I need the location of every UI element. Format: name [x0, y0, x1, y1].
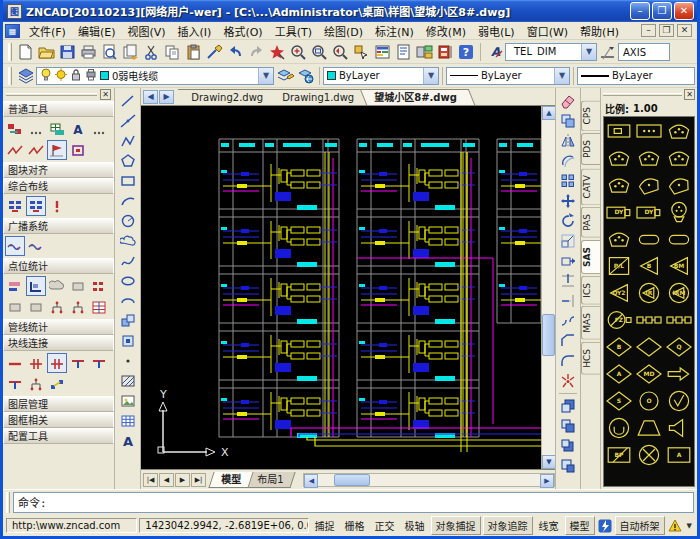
props-icon[interactable] — [393, 42, 414, 62]
ord3-icon[interactable] — [558, 436, 579, 456]
image-icon[interactable] — [117, 391, 138, 411]
symbol-cell[interactable]: BM — [664, 252, 694, 279]
tool-icon[interactable] — [5, 140, 25, 160]
toolbar-grip[interactable] — [8, 67, 12, 85]
symbol-cell[interactable] — [664, 306, 694, 333]
ord4-icon[interactable] — [558, 456, 579, 476]
explode-icon[interactable] — [558, 371, 579, 391]
stretch-icon[interactable] — [558, 251, 579, 271]
symbol-cell[interactable] — [634, 306, 664, 333]
symbol-cell[interactable]: BP — [604, 441, 634, 468]
symbol-category-tab[interactable]: CATV — [581, 168, 600, 205]
menu-item[interactable]: 绘图(D) — [318, 22, 369, 40]
move-icon[interactable] — [558, 191, 579, 211]
auto-bridge-toggle[interactable]: 自动桥架 — [615, 516, 665, 535]
layer-manager-icon[interactable] — [15, 66, 36, 86]
match-icon[interactable] — [204, 42, 225, 62]
tool-icon[interactable] — [26, 236, 46, 256]
palette-grip[interactable] — [6, 93, 97, 96]
layer-combo[interactable]: 0弱电线缆 ▼ — [36, 67, 274, 85]
tool-icon[interactable] — [47, 374, 67, 394]
layer-dropdown-icon[interactable]: ▼ — [258, 68, 273, 84]
status-toggle[interactable]: 对象捕捉 — [431, 516, 481, 535]
tool-icon[interactable] — [47, 353, 67, 373]
axis-input[interactable]: AXIS — [618, 43, 670, 61]
symbol-category-tab[interactable]: HCS — [581, 342, 600, 375]
zoomw-icon[interactable] — [309, 42, 330, 62]
fillet-icon[interactable] — [558, 351, 579, 371]
palette-section-header[interactable]: 图框相关 — [3, 412, 114, 428]
menu-item[interactable]: 标注(N) — [369, 22, 420, 40]
scale-icon[interactable] — [558, 231, 579, 251]
linetype-dropdown-icon[interactable]: ▼ — [554, 68, 569, 84]
layer-states-icon[interactable] — [274, 66, 295, 86]
prev-tab-icon[interactable]: ◀ — [159, 473, 174, 487]
status-menu-arrow-icon[interactable]: ▼ — [685, 522, 694, 530]
symbol-cell[interactable]: FZ — [604, 306, 634, 333]
layer-freeze-icon[interactable] — [55, 68, 67, 83]
tool-icon[interactable] — [26, 374, 46, 394]
status-toggle[interactable]: 极轴 — [401, 517, 429, 534]
iblock-icon[interactable] — [117, 311, 138, 331]
menu-item[interactable]: 格式(O) — [217, 22, 268, 40]
color-dropdown-icon[interactable]: ▼ — [423, 68, 438, 84]
tool-icon[interactable] — [5, 119, 25, 139]
layer-on-icon[interactable] — [40, 68, 52, 83]
drawing-tab[interactable]: Drawing1.dwg — [269, 89, 372, 105]
paste-icon[interactable] — [183, 42, 204, 62]
trim-icon[interactable] — [558, 271, 579, 291]
tool-icon[interactable] — [5, 196, 25, 216]
symbol-cell[interactable] — [664, 144, 694, 171]
circle-icon[interactable] — [117, 211, 138, 231]
symbol-cell[interactable]: MD — [634, 360, 664, 387]
tool-icon[interactable] — [5, 297, 25, 317]
drawing-tab[interactable]: 望城小区8#.dwg — [360, 89, 475, 105]
tool-icon[interactable] — [5, 374, 25, 394]
panel-grip[interactable] — [603, 93, 682, 96]
status-toggle[interactable]: 对象追踪 — [483, 516, 533, 535]
help-icon[interactable]: ? — [456, 42, 477, 62]
symbol-cell[interactable]: S — [604, 387, 634, 414]
rect-icon[interactable] — [117, 171, 138, 191]
laymgr-icon[interactable] — [372, 42, 393, 62]
maximize-button[interactable]: ❐ — [652, 2, 672, 20]
tool-icon[interactable] — [5, 276, 25, 296]
color-combo[interactable]: ByLayer ▼ — [323, 67, 439, 85]
mtext-icon[interactable]: A — [117, 431, 138, 451]
plot-icon[interactable] — [78, 42, 99, 62]
symbol-cell[interactable]: DY — [634, 198, 664, 225]
palette-section-header[interactable]: 综合布线 — [3, 178, 114, 194]
model-tab[interactable]: 模型 — [208, 472, 253, 488]
layer-lock-icon[interactable] — [70, 68, 82, 83]
tool-icon[interactable] — [26, 140, 46, 160]
tool-icon[interactable] — [26, 297, 46, 317]
tool-icon[interactable] — [5, 353, 25, 373]
mdi-restore-button[interactable]: ❐ — [659, 24, 674, 37]
symbol-category-tab[interactable]: SAS — [581, 240, 600, 274]
tool-icon[interactable] — [26, 276, 46, 296]
symbol-cell[interactable] — [664, 171, 694, 198]
palette-section-header[interactable]: 图层管理 — [3, 396, 114, 412]
symbol-cell[interactable] — [664, 360, 694, 387]
symbol-cell[interactable] — [604, 414, 634, 441]
symbol-cell[interactable] — [604, 144, 634, 171]
tool-icon[interactable] — [89, 297, 109, 317]
tpal-icon[interactable] — [435, 42, 456, 62]
palette-section-header[interactable]: 配置工具 — [3, 428, 114, 444]
status-toggle[interactable]: 栅格 — [341, 517, 369, 534]
status-toggle[interactable]: 捕捉 — [311, 517, 339, 534]
symbol-category-tab[interactable]: PAS — [581, 207, 600, 238]
symbol-category-tab[interactable]: MAS — [581, 306, 600, 340]
tool-icon[interactable] — [26, 196, 46, 216]
tool-icon[interactable] — [47, 276, 67, 296]
tool-icon[interactable] — [47, 140, 67, 160]
pline-icon[interactable] — [117, 131, 138, 151]
symbol-cell[interactable]: O — [634, 387, 664, 414]
symbol-category-tab[interactable]: ICS — [581, 276, 600, 305]
status-toggle[interactable]: 模型 — [565, 516, 595, 535]
scale-value[interactable]: 1.00 — [633, 103, 658, 114]
symbol-cell[interactable]: B — [634, 252, 664, 279]
status-toggle[interactable]: 线宽 — [535, 517, 563, 534]
zoomp-icon[interactable] — [330, 42, 351, 62]
scroll-down-icon[interactable]: ▼ — [542, 455, 556, 469]
